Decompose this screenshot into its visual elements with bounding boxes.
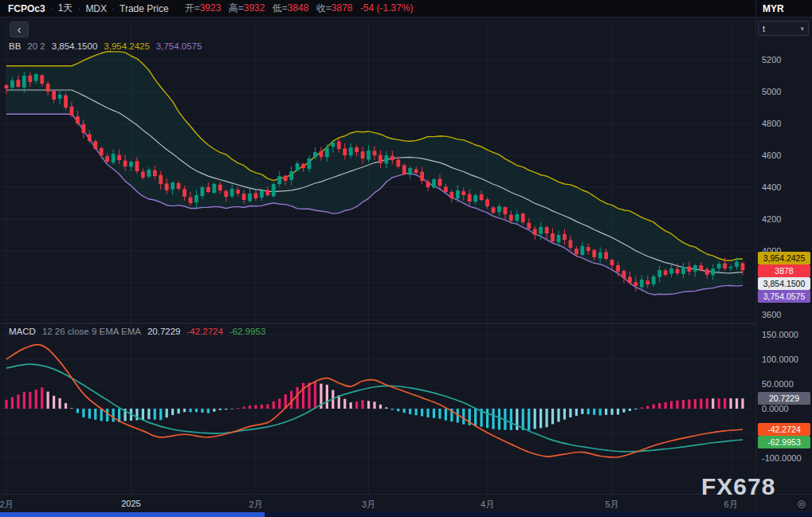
bb-basis-value: 3,854.1500: [52, 41, 98, 51]
axis-tick-label: 150.0000: [762, 330, 798, 339]
axis-price-badge: 3,754.0575: [758, 290, 810, 303]
time-axis-label: 4月: [481, 499, 494, 511]
bottom-bar-progress: [0, 512, 265, 517]
axis-tick-label: 4200: [762, 214, 781, 224]
axis-price-badge: -42.2724: [758, 423, 810, 436]
axis-tick-label: 4800: [762, 119, 781, 128]
bb-upper-value: 3,954.2425: [104, 41, 150, 51]
axis-price-badge: -62.9953: [758, 436, 810, 448]
bb-lower-value: 3,754.0575: [156, 41, 202, 51]
axis-tick-label: 5000: [762, 87, 781, 96]
axis-tick-label: 100.0000: [762, 354, 798, 364]
price-type-label: Trade Price: [120, 3, 169, 14]
chart-canvas[interactable]: [0, 0, 755, 512]
separator-dot: ·: [112, 3, 115, 14]
time-axis-label: 6月: [724, 499, 738, 511]
currency-toggle[interactable]: MYR: [755, 0, 812, 18]
trading-chart-app: FCPOc3 · 1天 · MDX · Trade Price 开=3923 高…: [0, 0, 812, 517]
axis-tick-label: 3600: [762, 310, 781, 319]
axis-price-badge: 20.7229: [758, 392, 810, 405]
low-value: 3848: [288, 2, 309, 14]
axis-price-badge: 3,954.2425: [758, 252, 810, 264]
separator-dot: ·: [50, 3, 53, 14]
close-label: 收=: [316, 2, 331, 14]
low-label: 低=: [273, 2, 288, 14]
interval-selector[interactable]: 1天: [58, 2, 73, 15]
exchange-label: MDX: [85, 3, 107, 14]
high-value: 3932: [244, 2, 265, 14]
axis-tick-label: 4400: [762, 182, 781, 192]
high-label: 高=: [229, 2, 244, 14]
time-axis[interactable]: 2月20252月3月4月5月6月: [0, 494, 755, 512]
close-value: 3878: [331, 2, 353, 14]
axis-tick-label: 4600: [762, 151, 781, 160]
time-axis-label: 2025: [121, 499, 140, 508]
bb-label: BB: [9, 41, 21, 51]
bb-params: 20 2: [27, 41, 45, 51]
open-label: 开=: [185, 2, 200, 14]
chart-header: FCPOc3 · 1天 · MDX · Trade Price 开=3923 高…: [0, 0, 755, 18]
open-value: 3923: [200, 2, 222, 14]
macd-hist-value: 20.7229: [147, 327, 181, 336]
separator-dot: ·: [77, 3, 80, 14]
bb-indicator-legend[interactable]: BB 20 2 3,854.1500 3,954.2425 3,754.0575: [9, 41, 202, 51]
axis-corner: ◎: [755, 494, 812, 512]
back-button[interactable]: ‹: [10, 22, 29, 37]
dropdown-value: t: [763, 24, 765, 33]
macd-signal-value: -62.9953: [229, 327, 265, 336]
macd-label: MACD: [9, 327, 36, 336]
axis-tick-label: -100.0000: [762, 453, 802, 463]
axis-price-badge: 3,854.1500: [758, 277, 810, 290]
currency-label: MYR: [763, 3, 784, 14]
price-axis[interactable]: 520050004800460044004200400038003600150.…: [755, 0, 812, 517]
macd-indicator-legend[interactable]: MACD 12 26 close 9 EMA EMA 20.7229 -42.2…: [9, 327, 265, 336]
time-axis-label: 2月: [249, 499, 262, 511]
macd-line-value: -42.2724: [186, 327, 222, 336]
macd-params: 12 26 close 9 EMA EMA: [42, 327, 141, 336]
axis-price-badge: 3878: [758, 264, 810, 277]
price-change: -54 (-1.37%): [360, 2, 414, 14]
chevron-down-icon: ▾: [800, 25, 804, 33]
axis-tick-label: 50.0000: [762, 379, 794, 389]
time-axis-label: 3月: [362, 499, 375, 511]
axis-tick-label: 0.0000: [762, 404, 789, 413]
symbol-name[interactable]: FCPOc3: [8, 3, 45, 14]
bottom-bar: [0, 512, 812, 517]
time-axis-label: 2月: [0, 499, 14, 511]
ohlc-readout: 开=3923 高=3932 低=3848 收=3878 -54 (-1.37%): [180, 2, 414, 15]
time-axis-label: 5月: [606, 499, 619, 511]
axis-tick-label: 5200: [762, 55, 781, 65]
back-arrow-icon: ‹: [18, 23, 22, 36]
currency-dropdown[interactable]: t ▾: [758, 21, 809, 36]
target-icon: ◎: [798, 498, 806, 509]
